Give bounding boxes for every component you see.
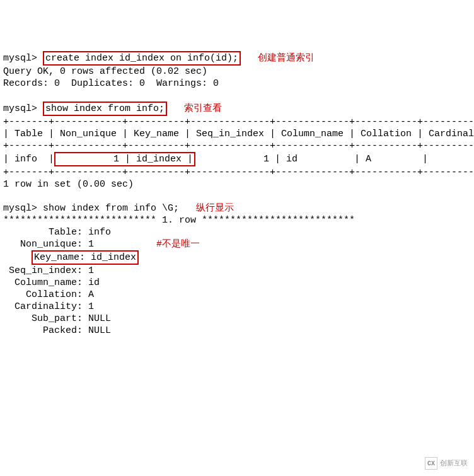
row-separator-stars: *************************** 1. row *****… (3, 215, 355, 226)
highlight-id-index: 1 | id_index | (54, 152, 195, 166)
field-column: Column_name: id (3, 277, 100, 288)
field-table: Table: info (3, 227, 111, 238)
note-not-unique: #不是唯一 (156, 239, 200, 250)
prompt-1: mysql> create index id_index on info(id)… (3, 53, 315, 64)
cmd-create-index: create index id_index on info(id); (43, 51, 241, 66)
note-vertical: 纵行显示 (196, 203, 234, 214)
output-query-ok: Query OK, 0 rows affected (0.02 sec) (3, 66, 207, 77)
note-create-index: 创建普通索引 (258, 53, 315, 64)
table-sep-bot: +-------+------------+----------+-------… (3, 167, 474, 178)
field-collation: Collation: A (3, 289, 94, 300)
logo-icon: CX (425, 457, 437, 470)
table-sep-mid: +-------+------------+----------+-------… (3, 141, 474, 151)
field-cardinality: Cardinality: 1 (3, 301, 94, 312)
table-sep-top: +-------+------------+----------+-------… (3, 117, 474, 127)
cmd-show-index-g: mysql> show index from info \G; 纵行显示 (3, 203, 234, 214)
note-show-index: 索引查看 (184, 103, 222, 114)
highlight-keyname: Key_name: id_index (32, 250, 139, 265)
field-packed: Packed: NULL (3, 325, 111, 336)
field-seq: Seq_in_index: 1 (3, 265, 94, 276)
table-row: | info | 1 | id_index | 1 | id | A | 1 |… (3, 154, 474, 165)
logo-text: 创新互联 (440, 458, 468, 470)
watermark-logo: CX 创新互联 (425, 457, 468, 470)
prompt-2: mysql> show index from info; 索引查看 (3, 103, 222, 114)
field-subpart: Sub_part: NULL (3, 313, 111, 324)
cmd-show-index: show index from info; (43, 102, 167, 116)
field-nonunique: Non_unique: 1 #不是唯一 (3, 239, 200, 250)
output-records: Records: 0 Duplicates: 0 Warnings: 0 (3, 78, 219, 89)
field-keyname-line: Key_name: id_index (3, 252, 139, 263)
rows-in-set: 1 row in set (0.00 sec) (3, 179, 134, 190)
table-header: | Table | Non_unique | Key_name | Seq_in… (3, 129, 474, 139)
